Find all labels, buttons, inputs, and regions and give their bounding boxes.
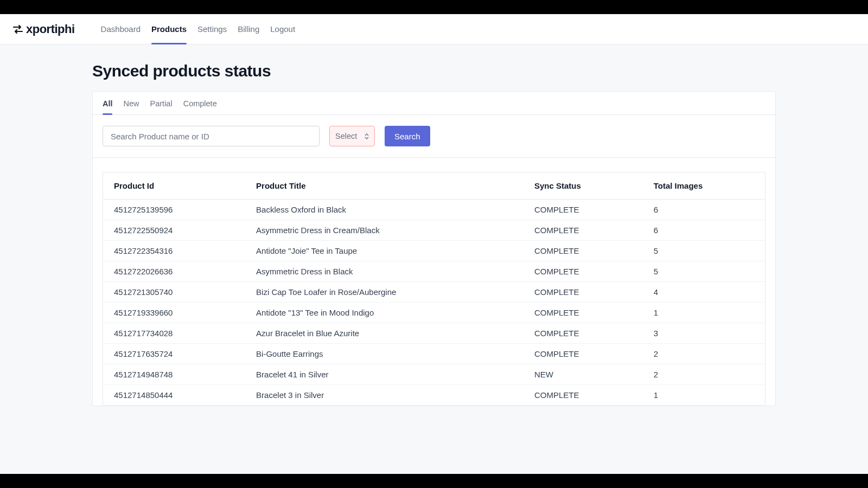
cell-title: Bracelet 3 in Silver xyxy=(248,385,527,406)
col-header-product-id: Product Id xyxy=(103,172,249,200)
cell-status: COMPLETE xyxy=(527,282,646,303)
col-header-sync-status: Sync Status xyxy=(527,172,646,200)
cell-images: 3 xyxy=(646,323,765,344)
cell-id: 4512722354316 xyxy=(103,241,249,261)
cell-id: 4512714948748 xyxy=(103,364,249,385)
filter-tabs: AllNewPartialComplete xyxy=(93,92,775,115)
cell-title: Asymmetric Dress in Cream/Black xyxy=(248,220,527,241)
cell-title: Asymmetric Dress in Black xyxy=(248,261,527,282)
table-row[interactable]: 4512717734028Azur Bracelet in Blue Azuri… xyxy=(103,323,765,344)
top-nav: xportiphi DashboardProductsSettingsBilli… xyxy=(0,14,868,44)
cell-id: 4512722026636 xyxy=(103,261,249,282)
cell-title: Antidote "13" Tee in Mood Indigo xyxy=(248,303,527,323)
table-row[interactable]: 4512721305740Bizi Cap Toe Loafer in Rose… xyxy=(103,282,765,303)
cell-status: COMPLETE xyxy=(527,344,646,364)
cell-status: COMPLETE xyxy=(527,261,646,282)
table-row[interactable]: 4512714850444Bracelet 3 in SilverCOMPLET… xyxy=(103,385,765,406)
cell-images: 2 xyxy=(646,344,765,364)
cell-id: 4512722550924 xyxy=(103,220,249,241)
products-card: AllNewPartialComplete Select Search Prod… xyxy=(92,91,776,406)
cell-title: Bizi Cap Toe Loafer in Rose/Aubergine xyxy=(248,282,527,303)
search-row: Select Search xyxy=(93,115,775,158)
brand-name: xportiphi xyxy=(26,22,75,36)
filter-tab-complete[interactable]: Complete xyxy=(183,99,217,114)
page-title: Synced products status xyxy=(92,62,776,80)
table-row[interactable]: 4512722354316Antidote "Joie" Tee in Taup… xyxy=(103,241,765,261)
select-label: Select xyxy=(335,132,365,140)
cell-title: Antidote "Joie" Tee in Taupe xyxy=(248,241,527,261)
nav-item-settings[interactable]: Settings xyxy=(197,14,227,44)
nav-item-logout[interactable]: Logout xyxy=(270,14,295,44)
cell-images: 4 xyxy=(646,282,765,303)
filter-tab-all[interactable]: All xyxy=(103,99,113,114)
cell-id: 4512721305740 xyxy=(103,282,249,303)
nav-items: DashboardProductsSettingsBillingLogout xyxy=(101,14,296,44)
cell-title: Bi-Goutte Earrings xyxy=(248,344,527,364)
cell-images: 5 xyxy=(646,241,765,261)
table-row[interactable]: 4512722550924Asymmetric Dress in Cream/B… xyxy=(103,220,765,241)
table-row[interactable]: 4512722026636Asymmetric Dress in BlackCO… xyxy=(103,261,765,282)
cell-title: Bracelet 41 in Silver xyxy=(248,364,527,385)
cell-id: 4512725139596 xyxy=(103,200,249,220)
cell-status: COMPLETE xyxy=(527,385,646,406)
table-row[interactable]: 4512719339660Antidote "13" Tee in Mood I… xyxy=(103,303,765,323)
brand-logo[interactable]: xportiphi xyxy=(13,22,75,36)
cell-title: Backless Oxford in Black xyxy=(248,200,527,220)
cell-images: 6 xyxy=(646,220,765,241)
filter-tab-partial[interactable]: Partial xyxy=(150,99,173,114)
cell-title: Azur Bracelet in Blue Azurite xyxy=(248,323,527,344)
products-table: Product Id Product Title Sync Status Tot… xyxy=(103,172,765,406)
nav-item-dashboard[interactable]: Dashboard xyxy=(101,14,141,44)
exchange-arrows-icon xyxy=(13,25,23,34)
cell-id: 4512719339660 xyxy=(103,303,249,323)
filter-select[interactable]: Select xyxy=(329,126,375,146)
col-header-product-title: Product Title xyxy=(248,172,527,200)
search-input[interactable] xyxy=(103,126,320,146)
cell-status: COMPLETE xyxy=(527,323,646,344)
products-table-wrap: Product Id Product Title Sync Status Tot… xyxy=(93,158,775,406)
cell-images: 1 xyxy=(646,303,765,323)
nav-item-products[interactable]: Products xyxy=(151,14,187,44)
col-header-total-images: Total Images xyxy=(646,172,765,200)
table-row[interactable]: 4512714948748Bracelet 41 in SilverNEW2 xyxy=(103,364,765,385)
cell-status: COMPLETE xyxy=(527,200,646,220)
cell-images: 6 xyxy=(646,200,765,220)
cell-status: COMPLETE xyxy=(527,303,646,323)
table-row[interactable]: 4512725139596Backless Oxford in BlackCOM… xyxy=(103,200,765,220)
search-button[interactable]: Search xyxy=(385,126,430,146)
cell-id: 4512717635724 xyxy=(103,344,249,364)
cell-id: 4512717734028 xyxy=(103,323,249,344)
filter-tab-new[interactable]: New xyxy=(124,99,139,114)
cell-id: 4512714850444 xyxy=(103,385,249,406)
cell-images: 1 xyxy=(646,385,765,406)
chevron-updown-icon xyxy=(365,133,369,139)
cell-status: COMPLETE xyxy=(527,220,646,241)
letterbox-top xyxy=(0,0,868,14)
cell-images: 5 xyxy=(646,261,765,282)
cell-status: COMPLETE xyxy=(527,241,646,261)
table-row[interactable]: 4512717635724Bi-Goutte EarringsCOMPLETE2 xyxy=(103,344,765,364)
cell-status: NEW xyxy=(527,364,646,385)
nav-item-billing[interactable]: Billing xyxy=(238,14,259,44)
cell-images: 2 xyxy=(646,364,765,385)
